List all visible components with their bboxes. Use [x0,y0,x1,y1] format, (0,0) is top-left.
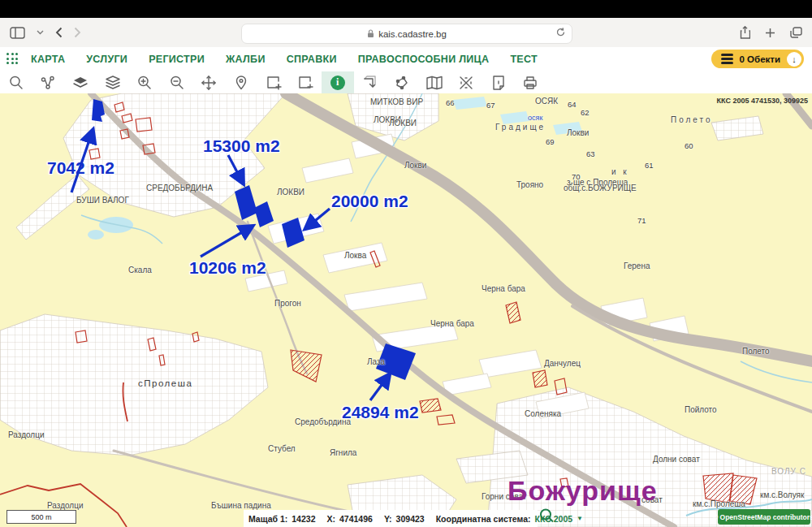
map-toolbar: i [0,71,812,93]
parcel-area-label: 10206 m2 [189,258,266,278]
map-label: ВОЛУ С [771,468,806,476]
map-label: Локва [344,252,366,260]
map-label: БУШИ ВАЛОГ [76,197,129,205]
y-label: Y: [384,514,392,524]
new-tab-icon[interactable] [765,28,775,38]
map-label: общ.с.БОЖУРИЩЕ [564,184,637,192]
location-pin-tool-icon[interactable] [225,71,257,93]
map-label: Лаза [367,358,385,366]
zoom-in-tool-icon[interactable] [128,71,161,93]
map-label: 60 [685,142,693,150]
map-label: 69 [546,138,555,146]
pan-tool-icon[interactable] [193,71,226,93]
map-label: Локви [567,129,589,137]
map-label: Черна бара [430,320,474,328]
reload-icon[interactable] [555,27,566,37]
map-label: Локви [404,162,426,170]
window-top-strip [0,0,812,18]
map-label: Полето [671,116,713,124]
map-label: Трояно [516,181,543,189]
parcel-area-label: 7042 m2 [47,158,114,178]
layers-tool-icon[interactable] [97,71,129,93]
back-icon[interactable] [55,27,63,38]
address-bar[interactable]: kais.cadastre.bg [241,24,572,44]
forward-icon [74,27,81,38]
coordinates-tool-icon[interactable] [450,71,482,93]
search-tool-icon[interactable] [0,71,32,93]
map-label: Скала [128,266,152,274]
crs-label: Координатна система: [436,514,531,524]
chevron-down-icon[interactable] [37,30,44,35]
crs-reference-label: ККС 2005 4741530, 309925 [717,97,808,105]
map-label: Раздолци [8,431,44,439]
apps-grid-icon[interactable] [6,53,19,66]
menu-item-karta[interactable]: КАРТА [31,54,65,65]
print-tool-icon[interactable] [515,71,547,93]
map-label: 61 [645,162,654,170]
map-label: Раздолци [47,502,83,510]
sidebar-icon[interactable] [10,27,25,39]
map-label: км.с.Пролеша [693,500,745,508]
y-value: 309423 [396,514,425,524]
zoom-out-tool-icon[interactable] [161,71,193,93]
menu-item-spravki[interactable]: СПРАВКИ [287,54,337,65]
map-label: Соленяка [525,410,561,418]
objects-count-label: 0 Обекти [740,54,781,64]
browser-toolbar: kais.cadastre.bg [0,18,812,48]
select-feature-tool-icon[interactable] [354,71,387,93]
map-label: Данчулец [544,360,581,368]
edit-document-tool-icon[interactable] [482,71,515,93]
scale-bar-label: 500 m [31,513,51,521]
map-sheets-tool-icon[interactable] [418,71,451,93]
status-bar: Мащаб 1: 14232 X: 4741496 Y: 309423 Коор… [244,510,538,527]
zoom-rect-in-tool-icon[interactable] [257,71,290,93]
map-label: Полето [742,348,770,356]
parcel-area-label: 20000 m2 [331,192,408,211]
menu-item-pravosposobni-litsa[interactable]: ПРАВОСПОСОБНИ ЛИЦА [358,54,490,65]
route-tool-icon[interactable] [32,71,65,93]
map-label: Ягнила [330,449,356,457]
map-label: МИТКОВ ВИР [370,98,423,106]
map-label: и к [611,168,629,176]
zoom-rect-out-tool-icon[interactable] [289,71,322,93]
map-label: Градище [495,123,546,132]
map-label: Черна бара [482,285,525,293]
map-label: ЛОКВИ [277,188,304,197]
menu-item-uslugi[interactable]: УСЛУГИ [86,54,127,65]
share-icon[interactable] [740,26,750,39]
map-label: 66 [446,99,455,107]
osm-attribution[interactable]: © OpenStreetMap contributors. [718,509,810,525]
measure-tool-icon[interactable] [386,71,418,93]
map-label: Долни соват [653,456,700,464]
map-label: Стубел [268,445,296,453]
map-label: км.с.Волуяк [760,491,804,499]
map-label: сПролеша [138,379,192,389]
menu-item-zhalbi[interactable]: ЖАЛБИ [226,54,266,65]
map-search-icon[interactable] [538,508,555,527]
scale-label: Мащаб 1: [248,514,287,524]
parcel-area-label: 15300 m2 [203,136,280,156]
map-label: ОСЯК [535,97,558,106]
collapse-arrow-icon[interactable]: ↓ [787,52,801,67]
info-tool-icon[interactable]: i [322,71,354,93]
city-name-label: Божурище [508,475,658,507]
lock-icon [367,29,374,38]
menu-item-registri[interactable]: РЕГИСТРИ [149,54,205,65]
crs-dropdown-arrow-icon[interactable]: ▼ [577,515,583,522]
scale-value: 14232 [292,514,315,524]
map-canvas[interactable]: МИТКОВ ВИРЛОКВИЛОКВИЛоквиЛоквиОСЯКосякГр… [0,93,812,527]
map-label: осяк [528,114,542,122]
menu-nav: КАРТАУСЛУГИРЕГИСТРИЖАЛБИСПРАВКИПРАВОСПОС… [31,54,559,65]
map-label: 63 [586,150,595,158]
map-label: 67 [486,102,495,110]
menu-item-test[interactable]: ТЕСТ [510,54,538,65]
map-label: Бъшина падина [211,502,271,510]
tabs-icon[interactable] [790,27,802,38]
map-label: 64 [568,101,577,109]
scale-bar: 500 m [6,510,76,524]
map-label: 71 [637,217,646,225]
site-menubar: КАРТАУСЛУГИРЕГИСТРИЖАЛБИСПРАВКИПРАВОСПОС… [0,47,812,71]
basemap-tool-icon[interactable] [64,71,97,93]
objects-button[interactable]: 0 Обекти ↓ [711,50,805,68]
map-labels-layer: МИТКОВ ВИРЛОКВИЛОКВИЛоквиЛоквиОСЯКосякГр… [0,93,812,527]
